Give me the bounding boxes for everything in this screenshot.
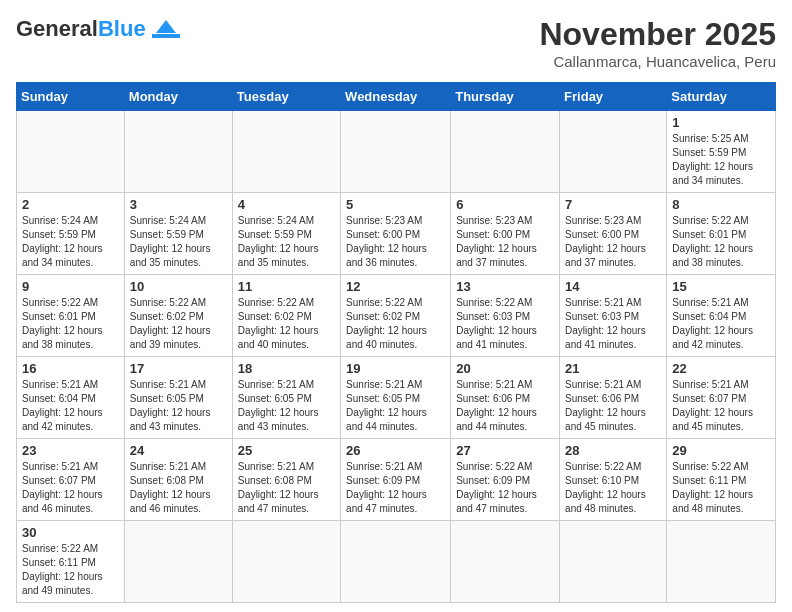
logo-triangle bbox=[156, 20, 176, 33]
cell-sun-info: Sunrise: 5:24 AM Sunset: 5:59 PM Dayligh… bbox=[238, 214, 335, 270]
cell-date-number: 12 bbox=[346, 279, 445, 294]
cell-date-number: 24 bbox=[130, 443, 227, 458]
calendar-cell: 7Sunrise: 5:23 AM Sunset: 6:00 PM Daylig… bbox=[560, 193, 667, 275]
cell-sun-info: Sunrise: 5:24 AM Sunset: 5:59 PM Dayligh… bbox=[130, 214, 227, 270]
cell-date-number: 17 bbox=[130, 361, 227, 376]
calendar-cell bbox=[451, 521, 560, 603]
cell-sun-info: Sunrise: 5:21 AM Sunset: 6:05 PM Dayligh… bbox=[130, 378, 227, 434]
calendar-week-row: 2Sunrise: 5:24 AM Sunset: 5:59 PM Daylig… bbox=[17, 193, 776, 275]
calendar-cell bbox=[232, 111, 340, 193]
logo-bar bbox=[152, 34, 180, 38]
calendar-cell: 10Sunrise: 5:22 AM Sunset: 6:02 PM Dayli… bbox=[124, 275, 232, 357]
cell-sun-info: Sunrise: 5:22 AM Sunset: 6:09 PM Dayligh… bbox=[456, 460, 554, 516]
cell-sun-info: Sunrise: 5:25 AM Sunset: 5:59 PM Dayligh… bbox=[672, 132, 770, 188]
calendar-cell: 21Sunrise: 5:21 AM Sunset: 6:06 PM Dayli… bbox=[560, 357, 667, 439]
cell-date-number: 18 bbox=[238, 361, 335, 376]
cell-date-number: 23 bbox=[22, 443, 119, 458]
calendar-cell bbox=[341, 521, 451, 603]
cell-date-number: 5 bbox=[346, 197, 445, 212]
cell-sun-info: Sunrise: 5:21 AM Sunset: 6:08 PM Dayligh… bbox=[238, 460, 335, 516]
cell-sun-info: Sunrise: 5:22 AM Sunset: 6:03 PM Dayligh… bbox=[456, 296, 554, 352]
cell-date-number: 3 bbox=[130, 197, 227, 212]
cell-date-number: 10 bbox=[130, 279, 227, 294]
cell-sun-info: Sunrise: 5:21 AM Sunset: 6:09 PM Dayligh… bbox=[346, 460, 445, 516]
cell-date-number: 19 bbox=[346, 361, 445, 376]
calendar-cell: 4Sunrise: 5:24 AM Sunset: 5:59 PM Daylig… bbox=[232, 193, 340, 275]
cell-date-number: 28 bbox=[565, 443, 661, 458]
cell-date-number: 20 bbox=[456, 361, 554, 376]
calendar-cell bbox=[232, 521, 340, 603]
calendar-week-row: 1Sunrise: 5:25 AM Sunset: 5:59 PM Daylig… bbox=[17, 111, 776, 193]
weekday-header-thursday: Thursday bbox=[451, 83, 560, 111]
calendar-cell bbox=[17, 111, 125, 193]
cell-date-number: 22 bbox=[672, 361, 770, 376]
calendar-cell: 2Sunrise: 5:24 AM Sunset: 5:59 PM Daylig… bbox=[17, 193, 125, 275]
calendar-cell bbox=[451, 111, 560, 193]
cell-date-number: 9 bbox=[22, 279, 119, 294]
cell-sun-info: Sunrise: 5:21 AM Sunset: 6:08 PM Dayligh… bbox=[130, 460, 227, 516]
cell-sun-info: Sunrise: 5:23 AM Sunset: 6:00 PM Dayligh… bbox=[456, 214, 554, 270]
cell-sun-info: Sunrise: 5:22 AM Sunset: 6:11 PM Dayligh… bbox=[672, 460, 770, 516]
month-title: November 2025 bbox=[539, 16, 776, 53]
cell-date-number: 11 bbox=[238, 279, 335, 294]
cell-date-number: 7 bbox=[565, 197, 661, 212]
cell-sun-info: Sunrise: 5:21 AM Sunset: 6:04 PM Dayligh… bbox=[22, 378, 119, 434]
calendar-cell: 15Sunrise: 5:21 AM Sunset: 6:04 PM Dayli… bbox=[667, 275, 776, 357]
title-section: November 2025 Callanmarca, Huancavelica,… bbox=[539, 16, 776, 70]
calendar-cell bbox=[667, 521, 776, 603]
calendar-cell: 9Sunrise: 5:22 AM Sunset: 6:01 PM Daylig… bbox=[17, 275, 125, 357]
calendar-cell: 1Sunrise: 5:25 AM Sunset: 5:59 PM Daylig… bbox=[667, 111, 776, 193]
cell-sun-info: Sunrise: 5:23 AM Sunset: 6:00 PM Dayligh… bbox=[346, 214, 445, 270]
calendar-cell: 25Sunrise: 5:21 AM Sunset: 6:08 PM Dayli… bbox=[232, 439, 340, 521]
cell-date-number: 6 bbox=[456, 197, 554, 212]
cell-sun-info: Sunrise: 5:22 AM Sunset: 6:10 PM Dayligh… bbox=[565, 460, 661, 516]
calendar-cell: 20Sunrise: 5:21 AM Sunset: 6:06 PM Dayli… bbox=[451, 357, 560, 439]
calendar-cell: 8Sunrise: 5:22 AM Sunset: 6:01 PM Daylig… bbox=[667, 193, 776, 275]
calendar-cell: 24Sunrise: 5:21 AM Sunset: 6:08 PM Dayli… bbox=[124, 439, 232, 521]
calendar-week-row: 9Sunrise: 5:22 AM Sunset: 6:01 PM Daylig… bbox=[17, 275, 776, 357]
cell-date-number: 30 bbox=[22, 525, 119, 540]
calendar-cell: 14Sunrise: 5:21 AM Sunset: 6:03 PM Dayli… bbox=[560, 275, 667, 357]
calendar-cell: 30Sunrise: 5:22 AM Sunset: 6:11 PM Dayli… bbox=[17, 521, 125, 603]
cell-date-number: 2 bbox=[22, 197, 119, 212]
cell-date-number: 25 bbox=[238, 443, 335, 458]
calendar-cell: 22Sunrise: 5:21 AM Sunset: 6:07 PM Dayli… bbox=[667, 357, 776, 439]
calendar-cell: 5Sunrise: 5:23 AM Sunset: 6:00 PM Daylig… bbox=[341, 193, 451, 275]
cell-date-number: 16 bbox=[22, 361, 119, 376]
calendar-cell bbox=[124, 521, 232, 603]
calendar-cell: 18Sunrise: 5:21 AM Sunset: 6:05 PM Dayli… bbox=[232, 357, 340, 439]
calendar-week-row: 30Sunrise: 5:22 AM Sunset: 6:11 PM Dayli… bbox=[17, 521, 776, 603]
weekday-header-wednesday: Wednesday bbox=[341, 83, 451, 111]
logo-general: General bbox=[16, 16, 98, 42]
weekday-header-row: SundayMondayTuesdayWednesdayThursdayFrid… bbox=[17, 83, 776, 111]
calendar-cell bbox=[341, 111, 451, 193]
cell-sun-info: Sunrise: 5:22 AM Sunset: 6:02 PM Dayligh… bbox=[346, 296, 445, 352]
logo-blue: Blue bbox=[98, 16, 146, 42]
calendar-cell: 23Sunrise: 5:21 AM Sunset: 6:07 PM Dayli… bbox=[17, 439, 125, 521]
location-title: Callanmarca, Huancavelica, Peru bbox=[539, 53, 776, 70]
cell-sun-info: Sunrise: 5:21 AM Sunset: 6:05 PM Dayligh… bbox=[238, 378, 335, 434]
calendar-cell: 29Sunrise: 5:22 AM Sunset: 6:11 PM Dayli… bbox=[667, 439, 776, 521]
cell-sun-info: Sunrise: 5:21 AM Sunset: 6:04 PM Dayligh… bbox=[672, 296, 770, 352]
cell-date-number: 1 bbox=[672, 115, 770, 130]
weekday-header-friday: Friday bbox=[560, 83, 667, 111]
calendar-cell: 11Sunrise: 5:22 AM Sunset: 6:02 PM Dayli… bbox=[232, 275, 340, 357]
cell-date-number: 29 bbox=[672, 443, 770, 458]
cell-sun-info: Sunrise: 5:23 AM Sunset: 6:00 PM Dayligh… bbox=[565, 214, 661, 270]
weekday-header-saturday: Saturday bbox=[667, 83, 776, 111]
calendar-cell: 26Sunrise: 5:21 AM Sunset: 6:09 PM Dayli… bbox=[341, 439, 451, 521]
calendar-cell bbox=[560, 521, 667, 603]
cell-date-number: 4 bbox=[238, 197, 335, 212]
page-header: General Blue November 2025 Callanmarca, … bbox=[16, 16, 776, 70]
cell-sun-info: Sunrise: 5:21 AM Sunset: 6:06 PM Dayligh… bbox=[565, 378, 661, 434]
cell-sun-info: Sunrise: 5:21 AM Sunset: 6:06 PM Dayligh… bbox=[456, 378, 554, 434]
cell-date-number: 26 bbox=[346, 443, 445, 458]
cell-sun-info: Sunrise: 5:21 AM Sunset: 6:07 PM Dayligh… bbox=[672, 378, 770, 434]
cell-date-number: 15 bbox=[672, 279, 770, 294]
calendar-cell: 6Sunrise: 5:23 AM Sunset: 6:00 PM Daylig… bbox=[451, 193, 560, 275]
calendar-cell: 19Sunrise: 5:21 AM Sunset: 6:05 PM Dayli… bbox=[341, 357, 451, 439]
calendar-cell: 12Sunrise: 5:22 AM Sunset: 6:02 PM Dayli… bbox=[341, 275, 451, 357]
calendar-cell bbox=[124, 111, 232, 193]
weekday-header-tuesday: Tuesday bbox=[232, 83, 340, 111]
cell-date-number: 21 bbox=[565, 361, 661, 376]
